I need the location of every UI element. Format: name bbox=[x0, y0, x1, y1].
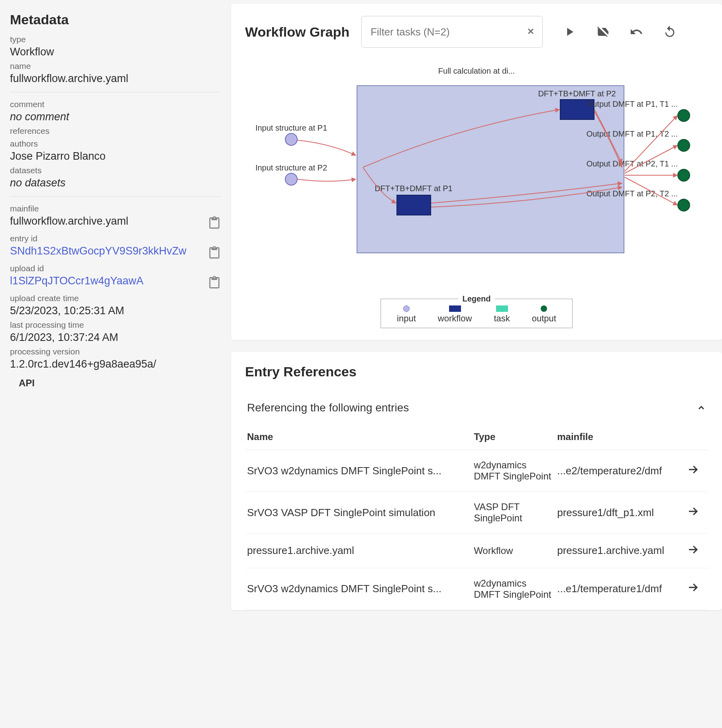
ref-mainfile: ...e1/temperature1/dmf bbox=[555, 568, 684, 610]
api-button[interactable]: API bbox=[10, 374, 43, 393]
goto-entry-button[interactable] bbox=[686, 463, 700, 477]
authors-value: Jose Pizarro Blanco bbox=[10, 150, 221, 162]
reset-icon bbox=[663, 25, 677, 39]
arrow-right-icon bbox=[687, 505, 699, 517]
name-label: name bbox=[10, 61, 221, 71]
mainfile-value: fullworkflow.archive.yaml bbox=[10, 215, 128, 227]
goto-entry-button[interactable] bbox=[686, 505, 700, 519]
references-section-label: Referencing the following entries bbox=[247, 401, 409, 414]
play-icon bbox=[563, 25, 576, 39]
entry-id-label: entry id bbox=[10, 234, 221, 243]
col-mainfile[interactable]: mainfile bbox=[555, 424, 684, 450]
divider bbox=[10, 92, 221, 92]
references-table: Name Type mainfile SrVO3 w2dynamics DMFT… bbox=[245, 424, 708, 610]
graph-caption: Full calculation at di... bbox=[438, 67, 515, 75]
datasets-value: no datasets bbox=[10, 177, 221, 189]
comment-label: comment bbox=[10, 100, 221, 109]
output-node-2[interactable] bbox=[678, 139, 690, 151]
task-label-p2: DFT+TB+DMFT at P2 bbox=[538, 89, 616, 98]
label-off-icon bbox=[596, 25, 610, 39]
divider bbox=[10, 196, 221, 197]
goto-entry-button[interactable] bbox=[686, 543, 700, 557]
undo-button[interactable] bbox=[630, 25, 643, 39]
clipboard-icon[interactable] bbox=[208, 216, 221, 230]
legend-item-input: input bbox=[397, 305, 416, 324]
edge bbox=[297, 179, 356, 181]
upload-id-label: upload id bbox=[10, 264, 221, 273]
main-content: Workflow Graph bbox=[231, 0, 722, 728]
ref-type: w2dynamics DMFT SinglePoint bbox=[472, 450, 555, 492]
table-row[interactable]: pressure1.archive.yaml Workflow pressure… bbox=[245, 534, 708, 568]
input-node-p1[interactable] bbox=[285, 133, 297, 145]
ref-name: pressure1.archive.yaml bbox=[245, 534, 472, 568]
output-label-1: Output DMFT at P1, T1 ... bbox=[587, 100, 678, 108]
upload-create-label: upload create time bbox=[10, 294, 221, 303]
task-node-p1[interactable] bbox=[397, 195, 431, 215]
output-node-3[interactable] bbox=[678, 169, 690, 181]
clear-filter-button[interactable] bbox=[526, 25, 536, 39]
input-label-p1: Input structure at P1 bbox=[255, 123, 327, 132]
ref-mainfile: pressure1.archive.yaml bbox=[555, 534, 684, 568]
ref-type: w2dynamics DMFT SinglePoint bbox=[472, 568, 555, 610]
output-node-4[interactable] bbox=[678, 199, 690, 211]
entry-id-link[interactable]: SNdh1S2xBtwGocpYV9S9r3kkHvZw bbox=[10, 245, 186, 257]
upload-create-value: 5/23/2023, 10:25:31 AM bbox=[10, 305, 221, 317]
entry-references-card: Entry References Referencing the followi… bbox=[231, 352, 722, 610]
legend-input-label: input bbox=[397, 313, 416, 324]
ref-name: SrVO3 VASP DFT SinglePoint simulation bbox=[245, 492, 472, 534]
arrow-right-icon bbox=[687, 544, 699, 556]
output-label-2: Output DMFT at P1, T2 ... bbox=[587, 129, 678, 138]
ref-name: SrVO3 w2dynamics DMFT SinglePoint s... bbox=[245, 450, 472, 492]
entry-references-title: Entry References bbox=[245, 364, 708, 380]
processing-version-label: processing version bbox=[10, 347, 221, 356]
output-node-1[interactable] bbox=[678, 110, 690, 121]
graph-title: Workflow Graph bbox=[245, 24, 349, 40]
metadata-title: Metadata bbox=[10, 12, 221, 27]
workflow-graph-svg[interactable]: Full calculation at di... DFT+TB+DMFT at… bbox=[249, 64, 704, 287]
col-name[interactable]: Name bbox=[245, 424, 472, 450]
arrow-right-icon bbox=[687, 464, 699, 476]
input-node-p2[interactable] bbox=[285, 173, 297, 185]
legend-output-label: output bbox=[532, 313, 556, 324]
metadata-sidebar: Metadata type Workflow name fullworkflow… bbox=[0, 0, 231, 728]
close-icon bbox=[526, 27, 536, 36]
ref-mainfile: ...e2/temperature2/dmf bbox=[555, 450, 684, 492]
last-processing-value: 6/1/2023, 10:37:24 AM bbox=[10, 331, 221, 344]
legend-item-workflow: workflow bbox=[438, 305, 472, 324]
clipboard-icon[interactable] bbox=[208, 246, 221, 260]
references-label: references bbox=[10, 126, 221, 136]
ref-type: VASP DFT SinglePoint bbox=[472, 492, 555, 534]
edge bbox=[297, 140, 356, 155]
processing-version-value: 1.2.0rc1.dev146+g9a8aea95a/ bbox=[10, 358, 221, 370]
mainfile-label: mainfile bbox=[10, 204, 221, 213]
workflow-graph-card: Workflow Graph bbox=[231, 4, 722, 340]
legend-item-output: output bbox=[532, 305, 556, 324]
arrow-right-icon bbox=[687, 581, 699, 593]
name-value: fullworkflow.archive.yaml bbox=[10, 72, 221, 85]
ref-name: SrVO3 w2dynamics DMFT SinglePoint s... bbox=[245, 568, 472, 610]
reset-button[interactable] bbox=[663, 25, 677, 39]
clipboard-icon[interactable] bbox=[208, 276, 221, 290]
input-label-p2: Input structure at P2 bbox=[255, 163, 327, 172]
table-row[interactable]: SrVO3 w2dynamics DMFT SinglePoint s... w… bbox=[245, 450, 708, 492]
references-section-header[interactable]: Referencing the following entries bbox=[245, 395, 708, 424]
legend-task-label: task bbox=[494, 313, 510, 324]
goto-entry-button[interactable] bbox=[686, 581, 700, 595]
table-row[interactable]: SrVO3 w2dynamics DMFT SinglePoint s... w… bbox=[245, 568, 708, 610]
datasets-label: datasets bbox=[10, 166, 221, 175]
legend-title: Legend bbox=[458, 294, 494, 303]
upload-id-link[interactable]: l1SlZPqJTOCcr1w4gYaawA bbox=[10, 275, 143, 287]
play-button[interactable] bbox=[563, 25, 576, 39]
legend-workflow-label: workflow bbox=[438, 313, 472, 324]
label-off-button[interactable] bbox=[596, 25, 610, 39]
filter-tasks-input[interactable] bbox=[361, 16, 543, 48]
undo-icon bbox=[630, 25, 643, 39]
table-row[interactable]: SrVO3 VASP DFT SinglePoint simulation VA… bbox=[245, 492, 708, 534]
task-label-p1: DFT+TB+DMFT at P1 bbox=[375, 184, 452, 193]
comment-value: no comment bbox=[10, 111, 221, 123]
authors-label: authors bbox=[10, 139, 221, 149]
col-type[interactable]: Type bbox=[472, 424, 555, 450]
chevron-up-icon bbox=[696, 403, 706, 413]
legend-item-task: task bbox=[494, 305, 510, 324]
ref-mainfile: pressure1/dft_p1.xml bbox=[555, 492, 684, 534]
